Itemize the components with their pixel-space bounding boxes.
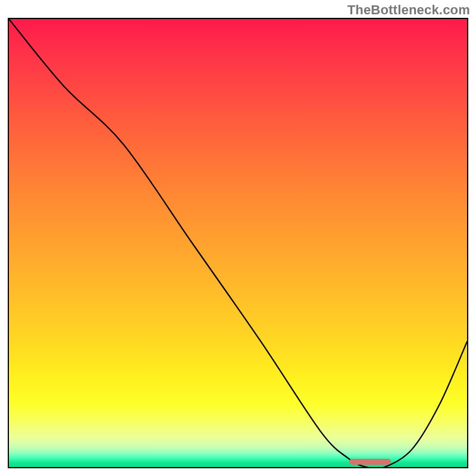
curve-svg <box>9 19 467 467</box>
bottleneck-curve <box>9 19 467 467</box>
flat-minimum-marker <box>349 459 391 465</box>
plot-area <box>8 18 468 468</box>
chart-stage: TheBottleneck.com <box>0 0 476 476</box>
watermark-text: TheBottleneck.com <box>347 2 470 18</box>
